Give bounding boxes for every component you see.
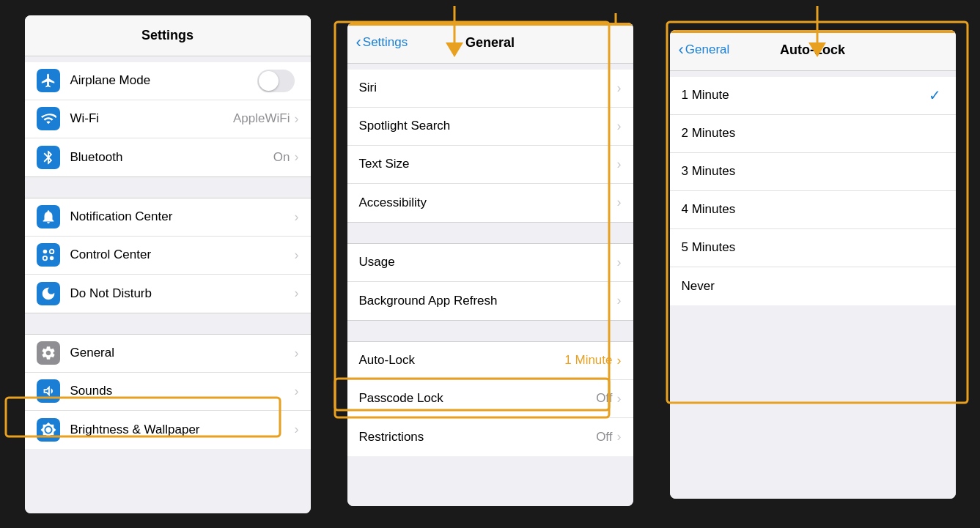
bluetooth-value: On bbox=[273, 150, 290, 165]
settings-nav-bar: Settings bbox=[25, 15, 311, 56]
bgrefresh-item[interactable]: Background App Refresh › bbox=[347, 282, 633, 320]
mid-sep-2 bbox=[347, 320, 633, 342]
usage-item[interactable]: Usage › bbox=[347, 244, 633, 282]
autolock-nav-bar: ‹ General Auto-Lock bbox=[670, 30, 956, 71]
autolock-value: 1 Minute bbox=[564, 353, 612, 368]
svg-point-2 bbox=[43, 256, 47, 261]
autolock-back-button[interactable]: ‹ General bbox=[679, 40, 730, 59]
4min-label: 4 Minutes bbox=[682, 202, 944, 217]
siri-item[interactable]: Siri › bbox=[347, 70, 633, 108]
general-label: General bbox=[70, 346, 295, 360]
left-bottom-fill bbox=[25, 449, 311, 513]
restrictions-value: Off bbox=[596, 430, 612, 445]
airplane-icon bbox=[40, 72, 56, 89]
svg-point-0 bbox=[43, 250, 47, 254]
dnd-item[interactable]: Do Not Disturb › bbox=[25, 275, 311, 313]
settings-section-1: Airplane Mode Wi-Fi AppleWiFi bbox=[25, 62, 311, 176]
passcode-value: Off bbox=[596, 391, 612, 406]
dnd-label: Do Not Disturb bbox=[70, 286, 295, 301]
accessibility-item[interactable]: Accessibility › bbox=[347, 184, 633, 222]
section-sep-3 bbox=[25, 313, 311, 335]
spotlight-item[interactable]: Spotlight Search › bbox=[347, 108, 633, 146]
autolock-chevron: › bbox=[617, 353, 622, 368]
restrictions-label: Restrictions bbox=[359, 430, 597, 445]
autolock-back-label: General bbox=[685, 42, 729, 57]
mid-bottom-fill bbox=[347, 456, 633, 506]
airplane-toggle[interactable] bbox=[257, 70, 295, 92]
airplane-label: Airplane Mode bbox=[70, 73, 257, 88]
general-icon-bg bbox=[37, 341, 60, 365]
general-chevron: › bbox=[295, 346, 299, 361]
bluetooth-item[interactable]: Bluetooth On › bbox=[25, 138, 311, 176]
wifi-item[interactable]: Wi-Fi AppleWiFi › bbox=[25, 100, 311, 138]
bgrefresh-label: Background App Refresh bbox=[359, 294, 617, 308]
4min-item[interactable]: 4 Minutes bbox=[670, 191, 956, 229]
wifi-label: Wi-Fi bbox=[70, 111, 234, 126]
5min-item[interactable]: 5 Minutes bbox=[670, 229, 956, 267]
control-icon bbox=[40, 247, 56, 263]
usage-chevron: › bbox=[617, 255, 622, 270]
notification-label: Notification Center bbox=[70, 209, 295, 224]
right-bottom-fill bbox=[670, 305, 956, 499]
dnd-icon-bg bbox=[37, 282, 60, 305]
general-back-button[interactable]: ‹ Settings bbox=[356, 33, 408, 52]
2min-label: 2 Minutes bbox=[682, 126, 944, 141]
brightness-icon-bg bbox=[37, 418, 60, 442]
wifi-chevron: › bbox=[295, 111, 299, 127]
usage-label: Usage bbox=[359, 255, 617, 269]
control-icon-bg bbox=[37, 243, 60, 267]
settings-panel: Settings Airplane Mode bbox=[25, 15, 311, 513]
3min-label: 3 Minutes bbox=[682, 164, 944, 179]
never-label: Never bbox=[682, 279, 944, 294]
passcode-item[interactable]: Passcode Lock Off › bbox=[347, 380, 633, 418]
airplane-toggle-knob bbox=[259, 71, 279, 91]
wifi-icon bbox=[40, 111, 56, 127]
general-nav-bar: ‹ Settings General bbox=[347, 23, 633, 64]
accessibility-chevron: › bbox=[617, 195, 622, 210]
sounds-item[interactable]: Sounds › bbox=[25, 373, 311, 411]
restrictions-item[interactable]: Restrictions Off › bbox=[347, 418, 633, 456]
notification-chevron: › bbox=[295, 209, 299, 225]
spotlight-label: Spotlight Search bbox=[359, 119, 617, 133]
autolock-list: 1 Minute ✓ 2 Minutes 3 Minutes 4 Minutes bbox=[670, 77, 956, 305]
dnd-chevron: › bbox=[295, 286, 299, 301]
bluetooth-label: Bluetooth bbox=[70, 150, 273, 165]
general-section-1: Siri › Spotlight Search › Text Size › Ac… bbox=[347, 70, 633, 222]
bluetooth-icon-bg bbox=[37, 146, 60, 169]
1min-check: ✓ bbox=[929, 86, 941, 104]
general-title: General bbox=[465, 35, 515, 51]
general-item[interactable]: General › bbox=[25, 335, 311, 373]
3min-item[interactable]: 3 Minutes bbox=[670, 153, 956, 191]
control-item[interactable]: Control Center › bbox=[25, 237, 311, 275]
section-sep-2 bbox=[25, 176, 311, 198]
orange-top-right bbox=[670, 30, 956, 33]
restrictions-chevron: › bbox=[617, 429, 622, 445]
textsize-item[interactable]: Text Size › bbox=[347, 146, 633, 184]
airplane-icon-bg bbox=[37, 69, 60, 92]
brightness-item[interactable]: Brightness & Wallpaper › bbox=[25, 411, 311, 449]
2min-item[interactable]: 2 Minutes bbox=[670, 115, 956, 153]
1min-item[interactable]: 1 Minute ✓ bbox=[670, 77, 956, 115]
notification-item[interactable]: Notification Center › bbox=[25, 198, 311, 237]
brightness-chevron: › bbox=[295, 422, 299, 437]
autolock-back-chevron: ‹ bbox=[679, 40, 684, 59]
general-back-chevron: ‹ bbox=[356, 33, 361, 52]
brightness-icon bbox=[40, 422, 56, 438]
settings-title: Settings bbox=[141, 28, 194, 43]
passcode-chevron: › bbox=[617, 391, 622, 406]
textsize-chevron: › bbox=[617, 157, 622, 172]
airplane-mode-item[interactable]: Airplane Mode bbox=[25, 62, 311, 100]
settings-section-2: Notification Center › bbox=[25, 198, 311, 313]
svg-point-1 bbox=[49, 250, 54, 254]
general-panel: ‹ Settings General Siri › Spotlight Sear… bbox=[347, 23, 633, 506]
5min-label: 5 Minutes bbox=[682, 240, 944, 255]
notification-icon bbox=[40, 209, 56, 225]
dnd-icon bbox=[40, 286, 56, 302]
notification-icon-bg bbox=[37, 205, 60, 228]
bgrefresh-chevron: › bbox=[617, 293, 622, 308]
never-item[interactable]: Never bbox=[670, 267, 956, 305]
autolock-item[interactable]: Auto-Lock 1 Minute › bbox=[347, 342, 633, 380]
wifi-value: AppleWiFi bbox=[233, 111, 290, 126]
settings-section-3: General › Sounds › bbox=[25, 335, 311, 449]
svg-point-3 bbox=[49, 256, 54, 261]
